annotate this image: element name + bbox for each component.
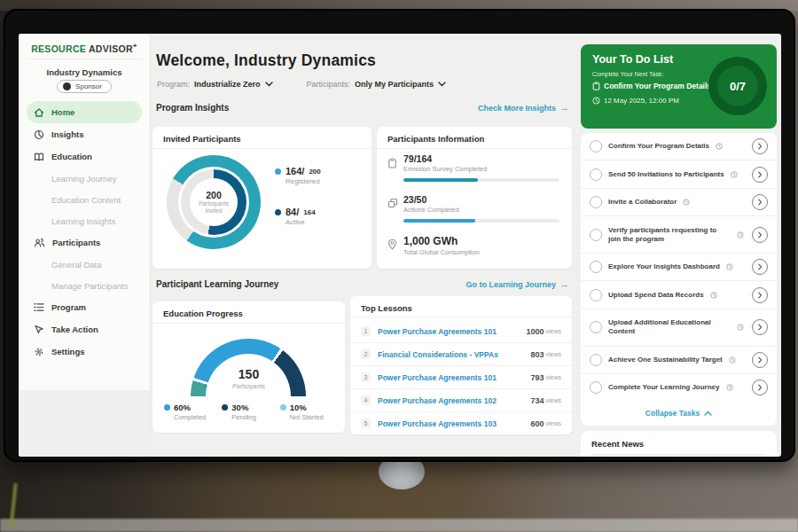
lesson-title-link[interactable]: Power Purchase Agreements 101 <box>378 373 497 382</box>
sidebar-item-general-data[interactable]: General Data <box>19 254 150 275</box>
brand-part1: RESOURCE <box>31 43 86 54</box>
task-open-button[interactable] <box>752 194 768 210</box>
brand-plus: + <box>133 42 137 50</box>
check-more-insights-link[interactable]: Check More Insights → <box>478 103 569 113</box>
task-open-button[interactable] <box>752 259 768 275</box>
chevron-up-icon <box>704 411 712 416</box>
not-started-value: 10% <box>290 403 307 412</box>
task-row[interactable]: Achieve One Sustainability Target <box>581 347 777 374</box>
clock-icon <box>726 263 733 270</box>
sidebar-item-education-content[interactable]: Education Content <box>19 189 150 210</box>
go-to-learning-journey-link[interactable]: Go to Learning Journey → <box>466 279 569 289</box>
task-row[interactable]: Confirm Your Program Details <box>581 133 777 160</box>
task-label: Explore Your Insights Dashboard <box>608 262 720 271</box>
actions-icon <box>387 198 398 208</box>
sidebar-item-label: Insights <box>51 129 83 139</box>
sidebar-item-learning-insights[interactable]: Learning Insights <box>19 210 150 231</box>
actions-value: 23/50 <box>403 194 426 205</box>
sidebar-item-take-action[interactable]: Take Action <box>19 318 150 340</box>
lesson-title-link[interactable]: Financial Considerations - VPPAs <box>378 350 498 359</box>
sidebar-item-education[interactable]: Education <box>19 145 150 168</box>
task-row[interactable]: Verify participants requesting to join t… <box>581 216 777 254</box>
task-checkbox[interactable] <box>590 354 602 366</box>
task-row[interactable]: Complete Your Learning Journey <box>581 374 777 401</box>
lesson-row[interactable]: 4 Power Purchase Agreements 102 734 view… <box>350 389 572 412</box>
sidebar-item-manage-participants[interactable]: Manage Participants <box>19 275 150 296</box>
task-checkbox[interactable] <box>590 140 602 153</box>
task-checkbox[interactable] <box>590 196 602 208</box>
task-open-button[interactable] <box>752 287 768 303</box>
settings-icon <box>34 347 44 357</box>
gauge-center-value: 150 <box>153 367 345 381</box>
task-row[interactable]: Send 50 Invitations to Participants <box>581 160 777 188</box>
invited-participants-card: Invited Participants 200 Participants In… <box>153 127 372 269</box>
task-checkbox[interactable] <box>590 168 602 181</box>
todo-next-due: 12 May 2025, 12:00 PM <box>592 97 679 105</box>
registered-dot <box>275 168 281 175</box>
sidebar-nav: Home Insights Education Learning Journey… <box>19 101 150 363</box>
card-divider <box>377 148 572 149</box>
task-open-button[interactable] <box>752 319 768 335</box>
task-row[interactable]: Explore Your Insights Dashboard <box>581 254 777 281</box>
task-open-button[interactable] <box>752 379 768 395</box>
lesson-row[interactable]: 3 Power Purchase Agreements 101 793 view… <box>350 366 572 389</box>
lesson-rank: 4 <box>361 395 371 405</box>
chevron-down-icon[interactable] <box>265 82 273 87</box>
sidebar-item-label: Education Content <box>51 195 121 205</box>
consumption-label: Total Global Consumption <box>403 248 480 256</box>
sponsor-badge-wrap: Sponsor <box>19 80 150 93</box>
card-divider <box>350 317 572 317</box>
chevron-right-icon <box>758 384 763 391</box>
clock-icon <box>737 324 744 331</box>
task-open-button[interactable] <box>752 138 768 154</box>
program-filter-value[interactable]: Industrialize Zero <box>194 80 261 89</box>
task-open-button[interactable] <box>752 227 768 243</box>
task-open-button[interactable] <box>752 167 768 183</box>
legend-not-started: 10% Not Started <box>280 403 338 421</box>
task-checkbox[interactable] <box>590 229 602 241</box>
section-title: Participant Learning Journey <box>156 279 278 289</box>
invited-participants-donut-chart: 200 Participants Invited <box>167 155 261 249</box>
actions-progress-track <box>403 219 559 223</box>
sidebar-item-participants[interactable]: Participants <box>19 231 150 254</box>
arrow-right-icon: → <box>559 279 569 289</box>
participants-filter-value[interactable]: Only My Participants <box>355 80 434 89</box>
task-open-button[interactable] <box>752 352 768 368</box>
consumption-icon <box>387 239 397 250</box>
lesson-row[interactable]: 2 Financial Considerations - VPPAs 803 v… <box>350 343 572 366</box>
lesson-title-link[interactable]: Power Purchase Agreements 101 <box>378 327 497 336</box>
collapse-tasks-label: Collapse Tasks <box>645 409 700 418</box>
clipboard-icon <box>592 82 600 90</box>
lesson-row[interactable]: 5 Power Purchase Agreements 103 600 view… <box>350 412 572 434</box>
sidebar-item-label: Learning Journey <box>51 174 116 184</box>
lesson-title-link[interactable]: Power Purchase Agreements 103 <box>378 419 497 428</box>
completed-value: 60% <box>174 403 191 412</box>
task-checkbox[interactable] <box>590 261 602 273</box>
sidebar-item-settings[interactable]: Settings <box>19 340 150 363</box>
sidebar-item-learning-journey[interactable]: Learning Journey <box>19 168 150 189</box>
lesson-title-link[interactable]: Power Purchase Agreements 102 <box>378 396 497 405</box>
active-label: Active <box>286 218 316 226</box>
sidebar-item-label: Manage Participants <box>51 281 129 291</box>
task-row[interactable]: Upload Additional Educational Content <box>581 309 777 347</box>
sidebar-item-home[interactable]: Home <box>27 101 142 123</box>
sidebar-item-program[interactable]: Program <box>19 296 150 318</box>
sidebar-footer <box>19 390 150 457</box>
survey-progress-track <box>403 178 559 182</box>
task-row[interactable]: Invite a Collaborator <box>581 189 777 216</box>
sponsor-icon <box>63 82 71 90</box>
chevron-down-icon[interactable] <box>438 82 446 87</box>
lesson-views: 734 <box>530 396 544 405</box>
sidebar-item-label: Participants <box>52 238 100 247</box>
task-row[interactable]: Upload Spend Data Records <box>581 281 777 309</box>
sidebar-item-label: Settings <box>51 347 84 356</box>
sidebar-item-insights[interactable]: Insights <box>19 123 150 145</box>
task-checkbox[interactable] <box>590 289 602 301</box>
sponsor-badge[interactable]: Sponsor <box>57 80 112 93</box>
task-checkbox[interactable] <box>590 381 602 394</box>
education-progress-card: Education Progress 150 Participants 60% … <box>153 301 345 433</box>
collapse-tasks-link[interactable]: Collapse Tasks <box>581 402 777 426</box>
actions-progress-fill <box>403 219 475 223</box>
task-checkbox[interactable] <box>590 321 602 333</box>
lesson-row[interactable]: 1 Power Purchase Agreements 101 1000 vie… <box>350 320 572 343</box>
